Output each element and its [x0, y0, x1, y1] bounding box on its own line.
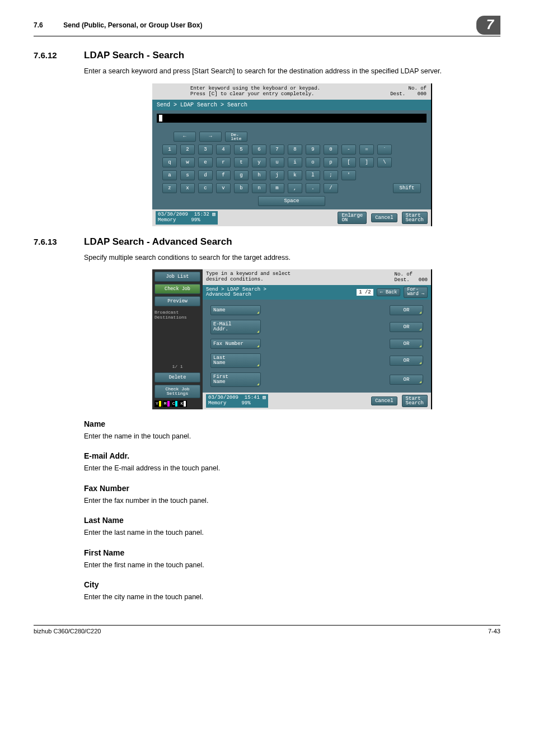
page-header: 7.6 Send (Public, Personal, or Group Use… — [34, 16, 500, 36]
back-button[interactable]: ← Back — [377, 288, 401, 296]
or-button[interactable]: OR — [390, 375, 423, 385]
enlarge-button[interactable]: Enlarge ON — [338, 212, 367, 224]
key-y[interactable]: y — [252, 157, 266, 167]
field-para-last: Enter the last name in the touch panel. — [84, 528, 500, 538]
key-p[interactable]: p — [324, 157, 338, 167]
key-i[interactable]: i — [288, 157, 302, 167]
key-e[interactable]: e — [198, 157, 213, 167]
section-title: LDAP Search - Advanced Search — [84, 236, 232, 248]
key-3[interactable]: 3 — [198, 144, 213, 155]
section-7-6-13-para: Specify multiple search conditions to se… — [84, 253, 500, 263]
scr1-mempct: 99% — [191, 217, 200, 223]
key-`[interactable]: ` — [377, 144, 392, 155]
or-button[interactable]: OR — [390, 339, 423, 349]
key-q[interactable]: q — [162, 157, 177, 167]
forward-button[interactable]: For- ward → — [404, 287, 428, 298]
key-z[interactable]: z — [162, 183, 177, 193]
header-left: 7.6 Send (Public, Personal, or Group Use… — [34, 21, 476, 29]
key-r[interactable]: r — [216, 157, 231, 167]
key--[interactable]: - — [341, 144, 356, 155]
scr1-date: 03/30/2009 — [158, 212, 188, 217]
key-6[interactable]: 6 — [252, 144, 266, 155]
field-heading-email: E-mail Addr. — [84, 451, 500, 460]
field-last-name[interactable]: Last Name — [210, 353, 261, 368]
header-section-no: 7.6 — [34, 21, 62, 29]
key-shift[interactable]: Shift — [393, 183, 421, 193]
key-h[interactable]: h — [252, 170, 266, 180]
check-job-tab[interactable]: Check Job — [154, 284, 200, 294]
key-d[interactable]: d — [198, 170, 213, 180]
key-0[interactable]: 0 — [324, 144, 338, 155]
field-fax[interactable]: Fax Number — [210, 339, 261, 349]
scr2-mempct: 99% — [241, 400, 250, 406]
key-m[interactable]: m — [270, 183, 284, 193]
key-2[interactable]: 2 — [180, 144, 195, 155]
delete-button[interactable]: Delete — [154, 372, 200, 382]
key-1[interactable]: 1 — [162, 144, 177, 155]
key-w[interactable]: w — [180, 157, 195, 167]
cancel-button[interactable]: Cancel — [371, 396, 397, 405]
key-arrow-right[interactable]: → — [199, 132, 222, 142]
scr1-time: 15:32 — [194, 212, 209, 217]
key-8[interactable]: 8 — [288, 144, 302, 155]
key-arrow-left[interactable]: ← — [174, 132, 196, 142]
key-=[interactable]: = — [359, 144, 374, 155]
key-l[interactable]: l — [306, 170, 320, 180]
key-5[interactable]: 5 — [234, 144, 249, 155]
key-k[interactable]: k — [288, 170, 302, 180]
key-space[interactable]: Space — [258, 196, 325, 206]
key-\[interactable]: \ — [377, 157, 392, 167]
key-9[interactable]: 9 — [306, 144, 320, 155]
job-list-tab[interactable]: Job List — [154, 272, 200, 282]
footer-model: bizhub C360/C280/C220 — [34, 628, 101, 634]
field-heading-city: City — [84, 580, 500, 589]
key-o[interactable]: o — [306, 157, 320, 167]
key-[[interactable]: [ — [341, 157, 356, 167]
key-g[interactable]: g — [234, 170, 249, 180]
check-job-settings-button[interactable]: Check Job Settings — [154, 385, 200, 398]
paper-icon: ▧ — [263, 395, 265, 400]
scr1-input[interactable] — [157, 114, 427, 123]
key-'[interactable]: ' — [341, 170, 356, 180]
key-/[interactable]: / — [324, 183, 338, 193]
key-j[interactable]: j — [270, 170, 284, 180]
or-button[interactable]: OR — [390, 322, 423, 332]
key-,[interactable]: , — [288, 183, 302, 193]
field-para-first: Enter the first name in the touch panel. — [84, 561, 500, 571]
key-x[interactable]: x — [180, 183, 195, 193]
field-email[interactable]: E-Mail Addr. — [210, 320, 261, 334]
key-u[interactable]: u — [270, 157, 284, 167]
field-first-name[interactable]: First Name — [210, 372, 261, 387]
key-;[interactable]: ; — [324, 170, 338, 180]
or-button[interactable]: OR — [390, 356, 423, 366]
field-para-city: Enter the city name in the touch panel. — [84, 592, 500, 603]
scr1-dest-count: 000 — [418, 91, 427, 97]
key-b[interactable]: b — [234, 183, 249, 193]
key-.[interactable]: . — [306, 183, 320, 193]
scr2-time: 15:41 — [245, 395, 260, 400]
key-s[interactable]: s — [180, 170, 195, 180]
key-4[interactable]: 4 — [216, 144, 231, 155]
key-][interactable]: ] — [359, 157, 374, 167]
key-c[interactable]: c — [198, 183, 213, 193]
preview-tab[interactable]: Preview — [154, 296, 200, 306]
key-7[interactable]: 7 — [270, 144, 284, 155]
paper-icon: ▧ — [212, 212, 215, 217]
start-search-button[interactable]: Start Search — [402, 395, 428, 407]
page-indicator: 1/ 1 — [154, 363, 200, 370]
section-7-6-13-heading: 7.6.13 LDAP Search - Advanced Search — [34, 236, 500, 248]
start-search-button[interactable]: Start Search — [402, 212, 428, 224]
field-name[interactable]: Name — [210, 305, 261, 315]
key-n[interactable]: n — [252, 183, 266, 193]
key-delete[interactable]: De- lete — [225, 132, 247, 142]
key-a[interactable]: a — [162, 170, 177, 180]
or-button[interactable]: OR — [390, 305, 423, 315]
cancel-button[interactable]: Cancel — [371, 213, 397, 222]
key-t[interactable]: t — [234, 157, 249, 167]
section-7-6-12-heading: 7.6.12 LDAP Search - Search — [34, 50, 500, 61]
section-number: 7.6.12 — [34, 50, 84, 60]
scr1-msg2: Press [C] to clear your entry completely… — [190, 91, 390, 97]
key-v[interactable]: v — [216, 183, 231, 193]
key-f[interactable]: f — [216, 170, 231, 180]
section-title: LDAP Search - Search — [84, 50, 184, 61]
